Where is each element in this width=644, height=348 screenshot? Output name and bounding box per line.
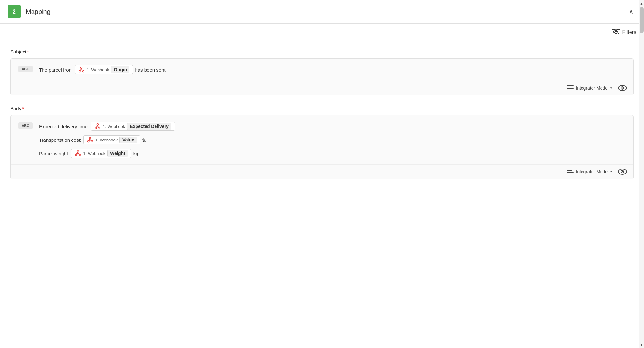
svg-point-15	[622, 88, 623, 89]
parcel-webhook-tag[interactable]: 1. Webhook Weight	[71, 149, 131, 158]
svg-point-31	[622, 171, 623, 172]
body-lines: Expected delivery time:	[39, 122, 626, 158]
svg-point-23	[79, 154, 81, 156]
svg-point-7	[82, 71, 84, 72]
body-abc-badge: ABC	[18, 122, 33, 129]
scroll-up-arrow[interactable]: ▲	[639, 0, 644, 6]
integrator-mode-label: Integrator Mode	[576, 85, 608, 91]
svg-rect-10	[567, 87, 572, 87]
svg-point-5	[617, 33, 619, 34]
svg-point-18	[97, 124, 99, 125]
svg-point-8	[81, 67, 82, 69]
parcel-weight-text: Parcel weight:	[39, 151, 69, 156]
transport-field-value: Value	[119, 137, 137, 143]
required-star: *	[27, 49, 29, 54]
transport-text-dollar: $.	[142, 137, 147, 143]
svg-point-17	[99, 127, 100, 129]
subject-integrator-mode-button[interactable]: Integrator Mode ▼	[567, 85, 613, 91]
body-integrator-mode-button[interactable]: Integrator Mode ▼	[567, 169, 613, 175]
body-line-2: Transportation cost:	[39, 135, 626, 144]
expected-delivery-webhook-tag[interactable]: 1. Webhook Expected Delivery	[91, 122, 175, 131]
subject-text-before: The parcel from	[39, 67, 73, 72]
svg-point-6	[79, 71, 80, 72]
parcel-field-weight: Weight	[107, 150, 128, 157]
svg-rect-26	[567, 170, 572, 171]
filters-icon	[612, 29, 620, 36]
subject-body-text: The parcel from 1. Webhoo	[39, 65, 626, 74]
page-title: Mapping	[26, 8, 51, 15]
subject-webhook-label: 1. Webhook	[87, 67, 109, 72]
subject-section: Subject* ABC The parcel from	[10, 49, 634, 95]
subject-card-footer: Integrator Mode ▼	[11, 81, 633, 95]
transportation-cost-text: Transportation cost:	[39, 137, 81, 143]
eye-icon	[618, 85, 627, 91]
svg-rect-25	[567, 169, 574, 169]
body-dropdown-arrow: ▼	[610, 170, 613, 174]
body-eye-button[interactable]	[618, 169, 627, 175]
delivery-text-dot: .	[177, 124, 178, 129]
svg-rect-11	[567, 88, 574, 89]
webhook-icon-delivery	[94, 123, 101, 130]
svg-rect-27	[567, 172, 574, 173]
svg-rect-12	[567, 90, 570, 90]
scroll-track	[639, 6, 644, 342]
svg-rect-9	[567, 85, 574, 86]
transportation-webhook-tag[interactable]: 1. Webhook Value	[83, 135, 140, 144]
subject-label: Subject*	[10, 49, 634, 54]
body-line-3: Parcel weight: 1. We	[39, 149, 626, 158]
collapse-button[interactable]: ∧	[626, 6, 636, 17]
body-section: Body* ABC Expected delivery time:	[10, 106, 634, 179]
body-eye-icon	[618, 169, 627, 175]
body-integrator-label: Integrator Mode	[576, 169, 608, 174]
filters-button[interactable]: Filters	[612, 29, 636, 36]
svg-point-3	[615, 29, 617, 31]
svg-point-21	[90, 137, 91, 139]
header-left: 2 Mapping	[8, 5, 51, 18]
webhook-icon-transport	[87, 137, 93, 143]
svg-point-19	[88, 141, 89, 142]
page-container: 2 Mapping ∧ Filters	[0, 0, 644, 348]
body-card: ABC Expected delivery time:	[10, 115, 634, 179]
integrator-icon	[567, 85, 574, 90]
delivery-webhook-label: 1. Webhook	[103, 124, 125, 129]
webhook-icon	[78, 66, 85, 73]
body-card-content: ABC Expected delivery time:	[11, 115, 633, 164]
scroll-thumb[interactable]	[640, 7, 644, 33]
subject-webhook-tag[interactable]: 1. Webhook Origin	[75, 65, 133, 74]
header-bar: 2 Mapping ∧	[0, 0, 644, 24]
expected-delivery-text: Expected delivery time:	[39, 124, 89, 129]
integrator-mode-icon	[567, 85, 574, 91]
main-content: Subject* ABC The parcel from	[0, 41, 644, 197]
filters-row: Filters	[0, 24, 644, 41]
subject-card-content: ABC The parcel from	[11, 59, 633, 81]
svg-rect-28	[567, 174, 570, 174]
body-line-1: Expected delivery time:	[39, 122, 626, 131]
parcel-text-kg: kg.	[133, 151, 140, 156]
body-integrator-icon	[567, 169, 574, 175]
subject-card: ABC The parcel from	[10, 58, 634, 95]
svg-point-4	[614, 31, 615, 33]
svg-point-16	[95, 127, 97, 129]
svg-point-20	[91, 141, 93, 142]
subject-field-origin: Origin	[111, 66, 129, 73]
integrator-mode-dropdown-arrow: ▼	[610, 86, 613, 90]
scrollbar: ▲ ▼	[639, 0, 644, 348]
subject-eye-button[interactable]	[618, 85, 627, 91]
delivery-field-expected: Expected Delivery	[127, 123, 171, 130]
subject-abc-badge: ABC	[18, 66, 33, 72]
transport-webhook-label: 1. Webhook	[95, 138, 118, 142]
webhook-icon-parcel	[75, 150, 81, 157]
body-label: Body*	[10, 106, 634, 111]
step-badge: 2	[8, 5, 21, 18]
svg-point-22	[75, 154, 77, 156]
parcel-webhook-label: 1. Webhook	[83, 151, 105, 156]
scroll-down-arrow[interactable]: ▼	[639, 342, 644, 348]
subject-text-after: has been sent.	[135, 67, 166, 72]
body-required-star: *	[22, 106, 24, 111]
filters-label: Filters	[622, 29, 636, 35]
body-card-footer: Integrator Mode ▼	[11, 164, 633, 179]
svg-point-24	[77, 151, 79, 152]
